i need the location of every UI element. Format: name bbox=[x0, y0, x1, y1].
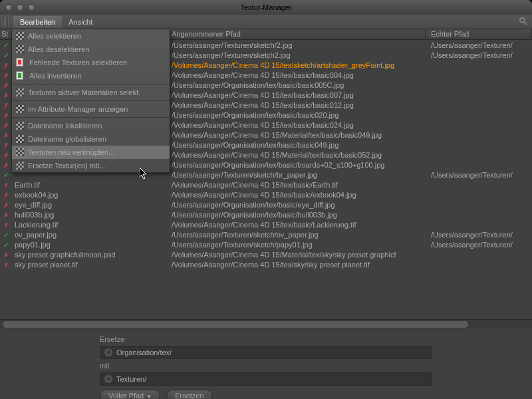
assumed-path: /Volumes/Asanger/Cinema 4D 15/tex/sketch… bbox=[166, 61, 426, 69]
table-row[interactable]: ✗Lackierung.tif/Volumes/Asanger/Cinema 4… bbox=[0, 219, 532, 229]
real-path: /Users/asanger/Texturen/ bbox=[426, 41, 532, 49]
assumed-path: /Volumes/Asanger/Cinema 4D 15/tex/basic/… bbox=[166, 91, 426, 99]
status-icon: ✗ bbox=[0, 70, 12, 80]
search-icon[interactable] bbox=[519, 17, 528, 26]
assumed-path: /Volumes/Asanger/Cinema 4D 15/tex/basic/… bbox=[166, 121, 426, 129]
checker-icon bbox=[16, 45, 24, 53]
close-icon[interactable] bbox=[5, 4, 13, 11]
scroll-thumb[interactable] bbox=[3, 321, 468, 328]
menu-invert[interactable]: Alles invertieren bbox=[12, 69, 170, 82]
assumed-path: /Volumes/Asanger/Cinema 4D 15/Material/t… bbox=[166, 131, 426, 139]
table-row[interactable]: ✗eye_diff.jpg/Users/asanger/Organisation… bbox=[0, 200, 532, 209]
table-row[interactable]: ✗hull003b.jpg/Users/asanger/Organisation… bbox=[0, 209, 532, 219]
real-path: /Users/asanger/Texturen/ bbox=[426, 241, 532, 249]
status-icon: ✓ bbox=[0, 240, 12, 249]
texture-name: ov_paper.jpg bbox=[12, 231, 166, 239]
status-icon: ✗ bbox=[0, 160, 12, 170]
status-icon: ✗ bbox=[0, 180, 12, 190]
menu-bearbeiten[interactable]: Bearbeiten bbox=[13, 16, 62, 28]
chevron-down-icon: ▼ bbox=[146, 394, 152, 399]
replace-button[interactable]: Ersetzen bbox=[166, 390, 212, 399]
minimize-icon[interactable] bbox=[17, 4, 24, 11]
path-mode-select[interactable]: Voller Pfad▼ bbox=[100, 390, 160, 399]
assumed-path: /Users/asanger/Organisation/tex/basic/ey… bbox=[166, 201, 426, 209]
status-icon: ✓ bbox=[0, 230, 12, 239]
status-icon: ✗ bbox=[0, 210, 12, 219]
menubar: Bearbeiten Ansicht bbox=[0, 15, 532, 29]
status-icon: ✗ bbox=[0, 110, 12, 120]
texture-name: Lackierung.tif bbox=[12, 221, 166, 229]
titlebar[interactable]: Textur-Manager bbox=[0, 0, 532, 15]
assumed-path: /Users/asanger/Organisation/tex/basic/ba… bbox=[166, 111, 426, 119]
replace-from-value: Organisation/tex/ bbox=[116, 348, 172, 356]
table-row[interactable]: ✗Earth.tif/Volumes/Asanger/Cinema 4D 15/… bbox=[0, 180, 532, 190]
texture-name: papy01.jpg bbox=[12, 241, 166, 249]
assumed-path: /Users/asanger/Texturen/sketch/papy01.jp… bbox=[166, 241, 426, 249]
assumed-path: /Users/asanger/Organisation/tex/basic/ba… bbox=[166, 81, 426, 89]
assumed-path: /Volumes/Asanger/Cinema 4D 15/Material/t… bbox=[166, 251, 426, 259]
clear-icon[interactable]: ✕ bbox=[104, 348, 112, 356]
status-icon: ✗ bbox=[0, 100, 12, 110]
svg-line-1 bbox=[524, 22, 527, 25]
separator bbox=[12, 100, 170, 101]
assumed-path: /Volumes/Asanger/Cinema 4D 15/tex/basic/… bbox=[166, 101, 426, 109]
window-controls bbox=[0, 4, 35, 11]
menu-replace-textures[interactable]: Ersetze Textur(en) mit... bbox=[12, 159, 170, 172]
assumed-path: /Volumes/Asanger/Cinema 4D 15/tex/basic/… bbox=[166, 71, 426, 79]
real-path: /Users/asanger/Texturen/ bbox=[426, 231, 532, 239]
assumed-path: /Users/asanger/Texturen/sketch/br_paper.… bbox=[166, 171, 426, 179]
replace-from-field[interactable]: ✕ Organisation/tex/ bbox=[100, 346, 432, 359]
menu-globalize-filename[interactable]: Dateiname globalisieren bbox=[12, 132, 170, 146]
table-row[interactable]: ✓ov_paper.jpg/Users/asanger/Texturen/ske… bbox=[0, 229, 532, 239]
col-assumed-path[interactable]: Angenommener Pfad bbox=[166, 29, 426, 39]
status-icon: ✗ bbox=[0, 250, 12, 259]
clear-icon[interactable]: ✕ bbox=[104, 375, 112, 383]
menu-deselect-all[interactable]: Alles deselektieren bbox=[12, 43, 170, 56]
menu-relink-textures[interactable]: Texturen neu verknüpfen... bbox=[12, 146, 170, 159]
separator bbox=[12, 84, 170, 84]
checker-icon bbox=[16, 135, 24, 143]
texture-name: exbook04.jpg bbox=[12, 191, 166, 199]
assumed-path: /Users/asanger/Organisation/tex/basic/hu… bbox=[166, 211, 426, 219]
window-title: Textur-Manager bbox=[240, 3, 291, 11]
grip-icon[interactable] bbox=[3, 17, 9, 27]
texture-name: Earth.tif bbox=[12, 181, 166, 189]
table-row[interactable]: ✗exbook04.jpg/Volumes/Asanger/Cinema 4D … bbox=[0, 190, 532, 200]
assumed-path: /Volumes/Asanger/Cinema 4D 15/tex/basic/… bbox=[166, 191, 426, 199]
horizontal-scrollbar[interactable] bbox=[0, 319, 532, 329]
table-row[interactable]: ✓papy01.jpg/Users/asanger/Texturen/sketc… bbox=[0, 239, 532, 249]
menu-select-missing[interactable]: Fehlende Texturen selektieren bbox=[12, 56, 170, 69]
status-icon: ✗ bbox=[0, 220, 12, 229]
doc-missing-icon bbox=[16, 58, 23, 66]
assumed-path: /Users/asanger/Texturen/sketch/2.jpg bbox=[166, 41, 426, 49]
checker-icon bbox=[16, 122, 24, 130]
zoom-icon[interactable] bbox=[28, 4, 35, 11]
status-icon: ✗ bbox=[0, 140, 12, 150]
status-icon: ✗ bbox=[0, 120, 12, 130]
svg-point-0 bbox=[520, 18, 525, 23]
checker-icon bbox=[16, 88, 24, 96]
menu-localize-filename[interactable]: Dateiname lokalisieren bbox=[12, 119, 170, 132]
doc-invert-icon bbox=[16, 71, 23, 80]
status-icon: ✗ bbox=[0, 190, 12, 200]
status-icon: ✗ bbox=[0, 150, 12, 160]
table-row[interactable]: ✗sky preset graphicfullmoon.psd/Volumes/… bbox=[0, 249, 532, 259]
menu-select-active-materials[interactable]: Texturen aktiver Materialien selekt. bbox=[12, 86, 170, 99]
real-path: /Users/asanger/Texturen/ bbox=[426, 171, 532, 179]
status-icon: ✗ bbox=[0, 80, 12, 90]
texture-name: sky preset planet.tif bbox=[12, 261, 166, 269]
status-icon: ✗ bbox=[0, 61, 12, 70]
replace-with-field[interactable]: ✕ Texturen/ bbox=[100, 372, 432, 386]
table-row[interactable]: ✗sky preset planet.tif/Volumes/Asanger/C… bbox=[0, 259, 532, 269]
status-icon: ✓ bbox=[0, 170, 12, 180]
col-real-path[interactable]: Echter Pfad bbox=[426, 29, 532, 39]
col-status[interactable]: St bbox=[0, 29, 12, 39]
assumed-path: /Users/asanger/Organisation/tex/basic/ba… bbox=[166, 141, 426, 149]
separator bbox=[12, 117, 170, 118]
menu-ansicht[interactable]: Ansicht bbox=[62, 16, 99, 28]
texture-name: eye_diff.jpg bbox=[12, 201, 166, 209]
assumed-path: /Users/asanger/Texturen/sketch2.jpg bbox=[166, 51, 426, 59]
menu-show-attribute-manager[interactable]: Im Attribute-Manager anzeigen bbox=[12, 102, 170, 116]
menu-select-all[interactable]: Alles selektieren bbox=[12, 29, 170, 43]
texture-name: sky preset graphicfullmoon.psd bbox=[12, 251, 166, 259]
